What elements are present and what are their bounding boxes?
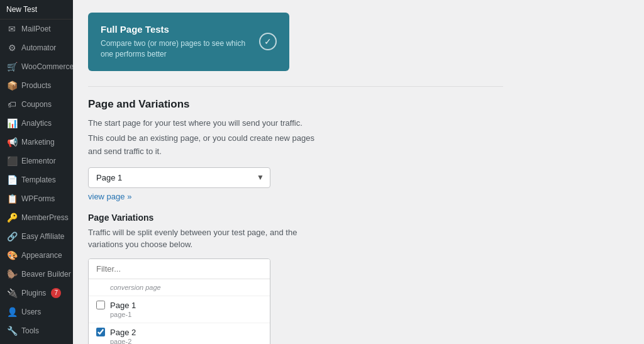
filter-box: conversion page Page 1 page-1 Page 2 pag… [88,258,270,344]
page1-checkbox[interactable] [96,301,105,309]
sidebar-item-appearance[interactable]: 🎨 Appearance [0,246,73,265]
section-desc-2: This could be an existing page, or you c… [88,132,327,158]
sidebar-label-beaver-builder: Beaver Builder [21,270,71,279]
sidebar-label-templates: Templates [21,175,56,184]
page2-checkbox[interactable] [96,328,105,336]
plugins-badge: 7 [51,288,61,298]
page2-label: Page 2 [110,328,136,337]
sidebar-item-easy-affiliate[interactable]: 🔗 Easy Affiliate [0,227,73,246]
page2-slug: page-2 [96,338,262,344]
sidebar-label-users: Users [21,308,41,316]
list-item[interactable]: Page 2 page-2 [89,323,270,344]
sidebar-item-memberpress[interactable]: 🔑 MemberPress 1 [0,208,73,227]
beaver-builder-icon: 🦫 [6,269,18,279]
woocommerce-icon: 🛒 [6,62,18,72]
sidebar-label-analytics: Analytics [21,119,52,128]
sidebar-item-plugins[interactable]: 🔌 Plugins 7 [0,284,73,302]
fpt-card-content: Full Page Tests Compare two (or more) pa… [101,24,252,60]
fpt-card-description: Compare two (or more) pages to see which… [101,38,252,60]
sidebar-item-wpforms[interactable]: 📋 WPForms [0,189,73,208]
fpt-check-icon: ✓ [259,33,277,50]
app-title: New Test [0,0,73,19]
sidebar-label-marketing: Marketing [21,138,55,147]
sidebar-label-easy-affiliate: Easy Affiliate [21,232,64,241]
filter-partial-item: conversion page [89,279,270,296]
appearance-icon: 🎨 [6,250,18,260]
sidebar-item-settings[interactable]: ⚙ Settings [0,340,73,344]
sidebar-item-coupons[interactable]: 🏷 Coupons [0,95,73,114]
page1-slug: page-1 [96,311,262,318]
sidebar-item-products[interactable]: 📦 Products [0,76,73,95]
sidebar-label-plugins: Plugins [21,289,46,297]
filter-item-top: Page 2 [96,328,262,337]
sidebar-label-wpforms: WPForms [21,194,55,203]
automator-icon: ⚙ [6,43,18,53]
sidebar-label-woocommerce: WooCommerce [21,62,73,71]
sidebar-label-memberpress: MemberPress [21,213,69,222]
sidebar-item-users[interactable]: 👤 Users [0,302,73,321]
easy-affiliate-icon: 🔗 [6,231,18,241]
section-desc-1: The start page for your test where you w… [88,117,327,130]
marketing-icon: 📢 [6,137,18,147]
plugins-icon: 🔌 [6,288,18,298]
page-variations-title: Page Variations [88,213,629,223]
products-icon: 📦 [6,80,18,91]
list-item[interactable]: Page 1 page-1 [89,296,270,323]
sidebar-item-tools[interactable]: 🔧 Tools [0,321,73,340]
full-page-tests-card: Full Page Tests Compare two (or more) pa… [88,13,289,71]
page-select-wrapper: Page 1 ▼ [88,167,270,188]
mailpoet-icon: ✉ [6,24,18,34]
page-variations-desc: Traffic will be split evenly between you… [88,226,327,251]
wpforms-icon: 📋 [6,194,18,204]
sidebar-item-woocommerce[interactable]: 🛒 WooCommerce [0,57,73,76]
sidebar-item-templates[interactable]: 📄 Templates [0,170,73,189]
memberpress-icon: 🔑 [6,213,18,223]
sidebar-item-elementor[interactable]: ⬛ Elementor [0,152,73,170]
sidebar-label-elementor: Elementor [21,157,56,165]
page1-label: Page 1 [110,301,136,310]
templates-icon: 📄 [6,175,18,185]
sidebar-label-automator: Automator [21,43,56,52]
section-divider [88,86,503,87]
coupons-icon: 🏷 [6,99,18,109]
sidebar: New Test ✉ MailPoet ⚙ Automator 🛒 WooCom… [0,0,73,344]
sidebar-label-appearance: Appearance [21,251,62,260]
sidebar-label-coupons: Coupons [21,100,52,109]
sidebar-label-products: Products [21,81,51,90]
main-content: Full Page Tests Compare two (or more) pa… [73,0,644,344]
view-page-link[interactable]: view page » [88,192,131,201]
users-icon: 👤 [6,307,18,317]
filter-item-top: Page 1 [96,301,262,310]
tools-icon: 🔧 [6,326,18,336]
partial-label: conversion page [96,284,262,291]
elementor-icon: ⬛ [6,156,18,166]
sidebar-label-mailpoet: MailPoet [21,25,51,33]
page-select[interactable]: Page 1 [88,167,270,188]
section-title: Page and Variations [88,98,629,111]
sidebar-item-analytics[interactable]: 📊 Analytics [0,114,73,133]
sidebar-item-beaver-builder[interactable]: 🦫 Beaver Builder [0,265,73,284]
filter-scroll: conversion page Page 1 page-1 Page 2 pag… [89,279,270,344]
filter-input[interactable] [89,259,270,279]
fpt-card-title: Full Page Tests [101,24,252,35]
sidebar-label-tools: Tools [21,326,39,335]
sidebar-item-marketing[interactable]: 📢 Marketing [0,133,73,152]
sidebar-item-automator[interactable]: ⚙ Automator [0,38,73,57]
analytics-icon: 📊 [6,118,18,128]
sidebar-item-mailpoet[interactable]: ✉ MailPoet [0,19,73,38]
